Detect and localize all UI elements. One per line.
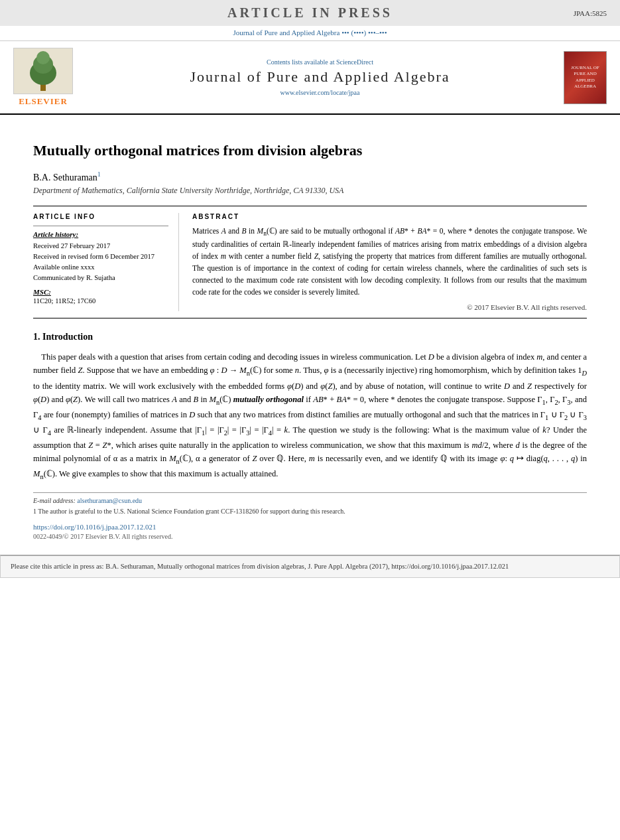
affiliation: Department of Mathematics, California St… [33,186,587,196]
abstract-text: Matrices A and B in Mn(ℂ) are said to be… [192,226,587,298]
history-title: Article history: [33,230,168,238]
elsevier-wordmark: ELSEVIER [19,96,68,107]
journal-url-text: www.elsevier.com/locate/jpaa [280,89,360,96]
footnote-1: 1 The author is grateful to the U.S. Nat… [33,507,587,516]
banner-text: ARTICLE IN PRESS [227,5,393,20]
abstract-section: ABSTRACT Matrices A and B in Mn(ℂ) are s… [192,213,587,311]
intro-section-title: 1. Introduction [33,332,587,342]
journal-cover-image: JOURNAL OF PURE AND APPLIED ALGEBRA [564,51,607,104]
elsevier-logo: ELSEVIER [10,48,76,107]
journal-link-top[interactable]: Journal of Pure and Applied Algebra ••• … [0,26,620,41]
citation-text: Please cite this article in press as: B.… [11,563,509,570]
main-content: Mutually orthogonal matrices from divisi… [0,115,620,548]
author-name: B.A. Sethuraman1 [33,171,587,183]
cover-text: JOURNAL OF PURE AND APPLIED ALGEBRA [567,65,603,89]
msc-title: MSC: [33,288,168,296]
journal-link-text: Journal of Pure and Applied Algebra ••• … [233,29,387,36]
journal-header: ELSEVIER Contents lists available at Sci… [0,41,620,115]
author-text: B.A. Sethuraman [33,172,97,182]
doi-link[interactable]: https://doi.org/10.1016/j.jpaa.2017.12.0… [33,523,587,531]
email-address[interactable]: alsethuraman@csun.edu [77,497,142,504]
author-sup: 1 [97,171,101,178]
info-abstract-row: ARTICLE INFO Article history: Received 2… [33,206,587,318]
journal-cover: JOURNAL OF PURE AND APPLIED ALGEBRA [564,51,610,104]
email-line: E-mail address: alsethuraman@csun.edu [33,497,587,504]
article-info-title: ARTICLE INFO [33,213,168,220]
issn-line: 0022-4049/© 2017 Elsevier B.V. All right… [33,533,172,540]
sciencedirect-link[interactable]: Contents lists available at ScienceDirec… [83,58,557,66]
article-info: ARTICLE INFO Article history: Received 2… [33,213,179,311]
elsevier-tree-image [13,48,73,94]
journal-id: JPAA:5825 [574,9,607,17]
intro-paragraph: This paper deals with a question that ar… [33,350,587,482]
copyright-line: © 2017 Elsevier B.V. All rights reserved… [192,303,587,311]
msc-codes: 11C20; 11R52; 17C60 [33,297,168,305]
svg-point-4 [36,51,50,64]
journal-url[interactable]: www.elsevier.com/locate/jpaa [83,89,557,96]
sciencedirect-text: Contents lists available at ScienceDirec… [267,58,373,66]
paper-title: Mutually orthogonal matrices from divisi… [33,141,587,161]
email-label: E-mail address: [33,497,76,504]
footnotes: E-mail address: alsethuraman@csun.edu 1 … [33,492,587,516]
abstract-title: ABSTRACT [192,213,587,220]
doi-section: https://doi.org/10.1016/j.jpaa.2017.12.0… [33,523,587,541]
article-in-press-banner: ARTICLE IN PRESS JPAA:5825 [0,0,620,26]
citation-bar: Please cite this article in press as: B.… [0,555,620,578]
history-text: Received 27 February 2017 Received in re… [33,241,168,283]
header-center: Contents lists available at ScienceDirec… [83,58,557,96]
journal-title-header: Journal of Pure and Applied Algebra [83,68,557,86]
